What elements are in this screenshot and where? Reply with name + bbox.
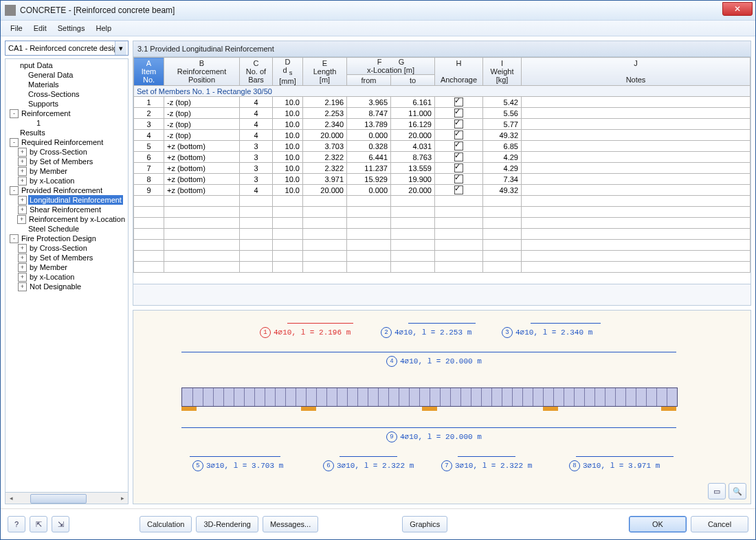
menu-edit[interactable]: Edit [28,22,52,34]
cell-item[interactable]: 5 [134,141,164,152]
tree-toggle-icon[interactable]: - [10,234,19,243]
menu-file[interactable]: File [5,22,28,34]
tree-toggle-icon[interactable]: - [10,186,19,195]
anchorage-checkbox[interactable] [454,164,463,172]
tree-item[interactable]: Steel Schedule [5,224,128,234]
col-c[interactable]: CNo. ofBars [240,58,273,86]
table-row[interactable]: 9+z (bottom)410.020.0000.00020.00049.32 [134,185,751,196]
table-row[interactable]: 8+z (bottom)310.03.97115.92919.9007.34 [134,174,751,185]
tree-toggle-icon[interactable]: + [18,177,27,185]
graphics-button[interactable]: Graphics [402,516,447,532]
table-row[interactable]: 3-z (top)410.02.34013.78916.1295.77 [134,119,751,130]
cell-from[interactable]: 6.441 [347,152,391,163]
cell-from[interactable]: 3.965 [347,97,391,108]
col-i[interactable]: IWeight[kg] [483,58,522,86]
cell-item[interactable]: 1 [134,97,164,108]
cell-position[interactable]: +z (bottom) [164,152,240,163]
cell-to[interactable]: 16.129 [391,119,435,130]
cell-length[interactable]: 3.971 [303,174,347,185]
tree-toggle-icon[interactable]: + [18,167,27,176]
tree-item[interactable]: +by Set of Members [5,157,128,166]
cell-item[interactable]: 2 [134,108,164,119]
help-button[interactable]: ? [8,516,25,532]
table-row[interactable]: 7+z (bottom)310.02.32211.23713.5594.29 [134,163,751,174]
ok-button[interactable]: OK [629,516,687,532]
col-f[interactable]: from [347,75,391,86]
anchorage-checkbox[interactable] [454,131,463,139]
cancel-button[interactable]: Cancel [691,516,748,532]
menu-help[interactable]: Help [90,22,117,34]
cell-to[interactable]: 8.763 [391,152,435,163]
cell-item[interactable]: 4 [134,130,164,141]
cell-bars[interactable]: 4 [240,130,273,141]
tree-toggle-icon[interactable]: + [18,263,27,272]
col-fg[interactable]: F Gx-Location [m] [347,58,435,75]
tree-toggle-icon[interactable]: + [18,254,27,262]
tree-item[interactable]: +by Cross-Section [5,147,128,157]
tree-item[interactable]: +by Set of Members [5,253,128,262]
cell-bars[interactable]: 3 [240,163,273,174]
close-button[interactable]: ✕ [722,2,753,16]
cell-weight[interactable]: 49.32 [483,185,522,196]
cell-anchorage[interactable] [435,185,483,196]
results-table[interactable]: AItemNo. BReinforcementPosition CNo. ofB… [133,57,751,273]
anchorage-checkbox[interactable] [454,175,463,183]
cell-to[interactable]: 20.000 [391,185,435,196]
cell-anchorage[interactable] [435,97,483,108]
cell-length[interactable]: 2.253 [303,108,347,119]
scroll-thumb[interactable] [30,494,87,504]
table-row[interactable]: 4-z (top)410.020.0000.00020.00049.32 [134,130,751,141]
cell-from[interactable]: 15.929 [347,174,391,185]
tree-item[interactable]: +by Member [5,166,128,176]
messages-button[interactable]: Messages... [263,516,318,532]
col-b[interactable]: BReinforcementPosition [164,58,240,86]
tree-item[interactable]: +by x-Location [5,272,128,282]
cell-to[interactable]: 4.031 [391,141,435,152]
table-row[interactable]: 2-z (top)410.02.2538.74711.0005.56 [134,108,751,119]
anchorage-checkbox[interactable] [454,153,463,161]
cell-weight[interactable]: 5.42 [483,97,522,108]
cell-ds[interactable]: 10.0 [273,152,303,163]
cell-bars[interactable]: 4 [240,108,273,119]
calculation-button[interactable]: Calculation [140,516,192,532]
cell-weight[interactable]: 6.85 [483,141,522,152]
cell-ds[interactable]: 10.0 [273,141,303,152]
cell-notes[interactable] [522,185,751,196]
3d-rendering-button[interactable]: 3D-Rendering [196,516,258,532]
cell-weight[interactable]: 49.32 [483,130,522,141]
table-row[interactable]: 6+z (bottom)310.02.3226.4418.7634.29 [134,152,751,163]
cell-notes[interactable] [522,174,751,185]
tree-item[interactable]: Materials [5,80,128,89]
cell-item[interactable]: 6 [134,152,164,163]
anchorage-checkbox[interactable] [454,109,463,117]
cell-to[interactable]: 19.900 [391,174,435,185]
tree-item[interactable]: +Shear Reinforcement [5,205,128,214]
scroll-track[interactable] [16,493,117,503]
col-a[interactable]: AItemNo. [134,58,164,86]
cell-from[interactable]: 13.789 [347,119,391,130]
tree-item[interactable]: -Reinforcement [5,109,128,118]
cell-anchorage[interactable] [435,152,483,163]
cell-position[interactable]: +z (bottom) [164,141,240,152]
cell-weight[interactable]: 4.29 [483,152,522,163]
cell-position[interactable]: -z (top) [164,108,240,119]
cell-notes[interactable] [522,130,751,141]
tree-toggle-icon[interactable]: + [18,273,27,282]
col-h[interactable]: HAnchorage [435,58,483,86]
cell-from[interactable]: 0.000 [347,130,391,141]
tree-toggle-icon[interactable]: + [18,148,27,157]
cell-position[interactable]: -z (top) [164,119,240,130]
cell-bars[interactable]: 3 [240,152,273,163]
graphic-zoom-button[interactable]: 🔍 [729,483,746,499]
col-e[interactable]: ELength[m] [303,58,347,86]
cell-ds[interactable]: 10.0 [273,97,303,108]
scroll-right-icon[interactable]: ▸ [117,493,128,503]
tree-toggle-icon[interactable]: - [10,138,19,147]
cell-length[interactable]: 2.340 [303,119,347,130]
cell-bars[interactable]: 4 [240,185,273,196]
cell-notes[interactable] [522,141,751,152]
table-row[interactable]: 1-z (top)410.02.1963.9656.1615.42 [134,97,751,108]
cell-bars[interactable]: 3 [240,174,273,185]
col-d[interactable]: Dd s[mm] [273,58,303,86]
tree-item[interactable]: -Required Reinforcement [5,137,128,147]
